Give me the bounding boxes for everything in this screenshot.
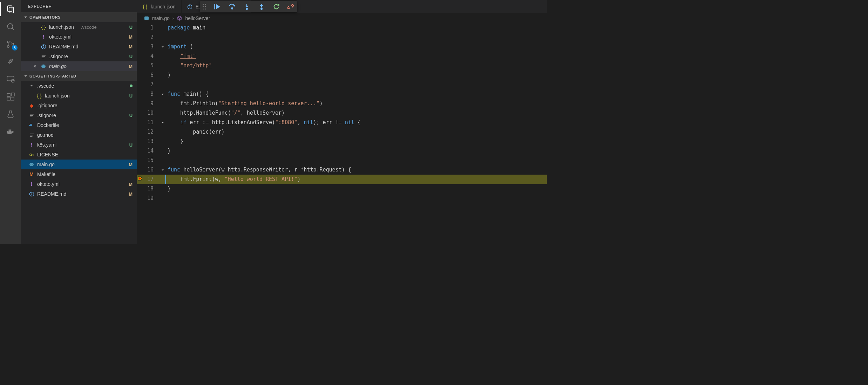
code-line[interactable]: 11 if err := http.ListenAndServe(":8080"…: [137, 118, 547, 127]
code-line[interactable]: 18}: [137, 184, 547, 194]
editor-tab[interactable]: { }launch.json: [137, 0, 182, 13]
git-status: U: [129, 54, 133, 59]
code-line[interactable]: 5 "net/http": [137, 61, 547, 70]
extensions-icon[interactable]: [5, 91, 16, 102]
chevron-right-icon: ›: [172, 15, 174, 21]
open-editors-header[interactable]: OPEN EDITORS: [21, 12, 137, 22]
git-status: U: [129, 93, 133, 99]
debug-toolbar[interactable]: [200, 1, 297, 12]
code-line[interactable]: 9 fmt.Println("Starting hello-world serv…: [137, 99, 547, 108]
tree-item[interactable]: .vscode: [21, 81, 137, 91]
code-line[interactable]: 12 panic(err): [137, 127, 547, 137]
disconnect-button[interactable]: [287, 2, 295, 11]
code-text: package main: [166, 23, 547, 33]
git-status: U: [129, 25, 133, 30]
breakpoint-icon[interactable]: [137, 176, 142, 181]
step-over-button[interactable]: [228, 2, 236, 11]
open-editor-item[interactable]: README.mdM: [21, 42, 137, 52]
code-line[interactable]: 15: [137, 156, 547, 165]
open-editor-item[interactable]: .stignoreU: [21, 52, 137, 61]
tree-item[interactable]: Dockerfile: [21, 120, 137, 130]
code-line[interactable]: 19: [137, 194, 547, 203]
git-status: U: [129, 113, 133, 118]
svg-rect-35: [31, 124, 32, 125]
code-text: [166, 33, 547, 42]
open-editor-item[interactable]: ×main.goM: [21, 61, 137, 71]
open-editor-item[interactable]: { }launch.json.vscodeU: [21, 22, 137, 32]
file-label: k8s.yaml: [37, 142, 80, 148]
code-line[interactable]: 6): [137, 70, 547, 80]
code-line[interactable]: 17 fmt.Fprint(w, "Hello world REST API!"…: [137, 175, 547, 184]
line-number: 19: [137, 194, 159, 203]
sidebar-title: EXPLORER: [21, 0, 137, 12]
svg-line-3: [12, 28, 14, 30]
restart-button[interactable]: [272, 2, 280, 11]
file-label: .stignore: [49, 54, 86, 59]
fold-icon[interactable]: [161, 92, 165, 96]
code-line[interactable]: 10 http.HandleFunc("/", helloServer): [137, 108, 547, 118]
search-icon[interactable]: [5, 21, 16, 32]
file-label: main.go: [49, 63, 86, 69]
fold-icon[interactable]: [161, 168, 165, 172]
debug-icon[interactable]: [5, 56, 16, 67]
source-control-icon[interactable]: 8: [5, 39, 16, 50]
breadcrumb-file[interactable]: main.go: [152, 15, 170, 21]
project-header[interactable]: GO-GETTING-STARTED: [21, 71, 137, 81]
svg-point-60: [203, 6, 204, 7]
info-icon: [41, 44, 46, 49]
code-text: "net/http": [166, 61, 547, 70]
code-line[interactable]: 2: [137, 33, 547, 42]
code-text: import (: [166, 42, 547, 52]
code-line[interactable]: 4 "fmt": [137, 52, 547, 61]
code-line[interactable]: 16func helloServer(w http.ResponseWriter…: [137, 165, 547, 175]
line-number: 14: [137, 146, 159, 156]
tree-item[interactable]: LICENSE: [21, 150, 137, 160]
fold-icon[interactable]: [161, 121, 165, 125]
code-line[interactable]: 7: [137, 80, 547, 89]
code-line[interactable]: 14}: [137, 146, 547, 156]
svg-point-5: [7, 46, 9, 47]
code-line[interactable]: 3import (: [137, 42, 547, 52]
tree-item[interactable]: !k8s.yamlU: [21, 140, 137, 150]
line-number: 11: [137, 118, 159, 127]
svg-point-2: [7, 23, 13, 29]
tree-item[interactable]: ◆.gitignore: [21, 101, 137, 110]
code-line[interactable]: 1package main: [137, 23, 547, 33]
git-status: M: [129, 182, 133, 187]
drag-handle-icon[interactable]: [202, 4, 207, 10]
code-text: ): [166, 70, 547, 80]
explorer-icon[interactable]: [5, 4, 16, 15]
tree-item[interactable]: go.mod: [21, 130, 137, 140]
tree-item[interactable]: main.goM: [21, 160, 137, 169]
tree-item[interactable]: README.mdM: [21, 189, 137, 199]
svg-marker-65: [216, 4, 220, 9]
tree-item[interactable]: MMakefile: [21, 169, 137, 179]
open-editor-item[interactable]: !okteto.ymlM: [21, 32, 137, 42]
tree-item[interactable]: .stignoreU: [21, 110, 137, 120]
symbol-icon: [177, 15, 182, 21]
editor-tabs: { }launch.jsonE.md.stignoremain.go×: [137, 0, 547, 13]
line-number: 2: [137, 33, 159, 42]
chevron-down-icon: [29, 83, 34, 89]
fold-icon[interactable]: [161, 45, 165, 49]
svg-point-61: [205, 6, 206, 7]
step-into-button[interactable]: [243, 2, 251, 11]
line-number: 4: [137, 52, 159, 61]
code-line[interactable]: 8func main() {: [137, 89, 547, 99]
breadcrumb-symbol[interactable]: helloServer: [185, 15, 210, 21]
tree-item[interactable]: !okteto.ymlM: [21, 179, 137, 189]
file-label: README.md: [37, 191, 80, 197]
testing-icon[interactable]: [5, 109, 16, 120]
git-status: U: [129, 142, 133, 148]
code-line[interactable]: 13 }: [137, 137, 547, 146]
docker-icon[interactable]: [5, 126, 16, 137]
continue-button[interactable]: [213, 2, 222, 11]
code-editor[interactable]: 1package main23import (4 "fmt"5 "net/htt…: [137, 23, 547, 244]
close-icon[interactable]: ×: [32, 63, 38, 69]
svg-rect-31: [29, 125, 30, 126]
step-out-button[interactable]: [257, 2, 266, 11]
remote-explorer-icon[interactable]: [5, 74, 16, 85]
breadcrumb[interactable]: main.go › helloServer: [137, 13, 547, 23]
tree-item[interactable]: { }launch.jsonU: [21, 91, 137, 101]
line-number: 1: [137, 23, 159, 33]
